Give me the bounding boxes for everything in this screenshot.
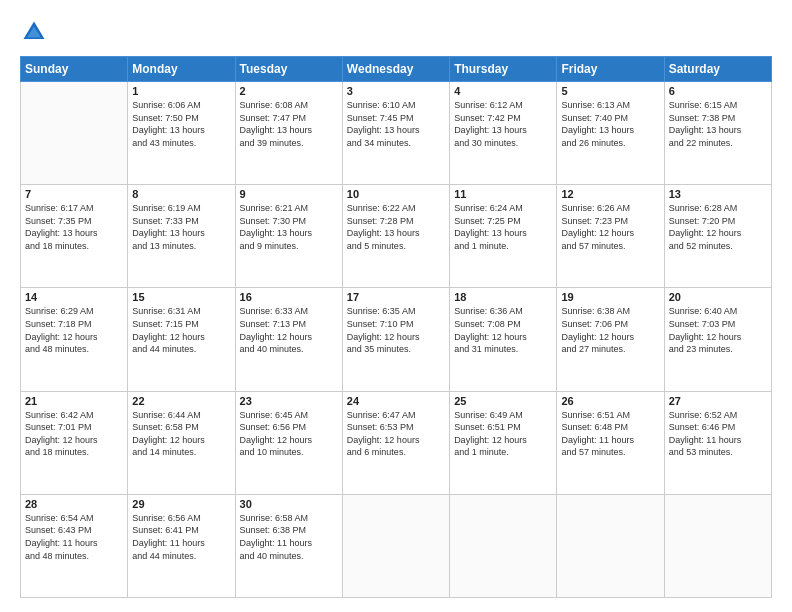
calendar-cell: 3Sunrise: 6:10 AM Sunset: 7:45 PM Daylig… <box>342 82 449 185</box>
day-number: 30 <box>240 498 338 510</box>
week-row-4: 21Sunrise: 6:42 AM Sunset: 7:01 PM Dayli… <box>21 391 772 494</box>
calendar-cell: 18Sunrise: 6:36 AM Sunset: 7:08 PM Dayli… <box>450 288 557 391</box>
weekday-header-tuesday: Tuesday <box>235 57 342 82</box>
day-number: 17 <box>347 291 445 303</box>
day-info: Sunrise: 6:56 AM Sunset: 6:41 PM Dayligh… <box>132 512 230 562</box>
day-number: 7 <box>25 188 123 200</box>
calendar-cell: 27Sunrise: 6:52 AM Sunset: 6:46 PM Dayli… <box>664 391 771 494</box>
day-number: 1 <box>132 85 230 97</box>
calendar-cell: 6Sunrise: 6:15 AM Sunset: 7:38 PM Daylig… <box>664 82 771 185</box>
day-info: Sunrise: 6:06 AM Sunset: 7:50 PM Dayligh… <box>132 99 230 149</box>
calendar-table: SundayMondayTuesdayWednesdayThursdayFrid… <box>20 56 772 598</box>
day-info: Sunrise: 6:24 AM Sunset: 7:25 PM Dayligh… <box>454 202 552 252</box>
day-number: 23 <box>240 395 338 407</box>
calendar-cell: 11Sunrise: 6:24 AM Sunset: 7:25 PM Dayli… <box>450 185 557 288</box>
day-info: Sunrise: 6:49 AM Sunset: 6:51 PM Dayligh… <box>454 409 552 459</box>
calendar-cell: 15Sunrise: 6:31 AM Sunset: 7:15 PM Dayli… <box>128 288 235 391</box>
day-info: Sunrise: 6:38 AM Sunset: 7:06 PM Dayligh… <box>561 305 659 355</box>
calendar-cell: 20Sunrise: 6:40 AM Sunset: 7:03 PM Dayli… <box>664 288 771 391</box>
calendar-cell: 28Sunrise: 6:54 AM Sunset: 6:43 PM Dayli… <box>21 494 128 597</box>
day-number: 14 <box>25 291 123 303</box>
calendar-cell: 24Sunrise: 6:47 AM Sunset: 6:53 PM Dayli… <box>342 391 449 494</box>
day-number: 2 <box>240 85 338 97</box>
day-number: 21 <box>25 395 123 407</box>
calendar-cell: 26Sunrise: 6:51 AM Sunset: 6:48 PM Dayli… <box>557 391 664 494</box>
header <box>20 18 772 46</box>
calendar-cell: 29Sunrise: 6:56 AM Sunset: 6:41 PM Dayli… <box>128 494 235 597</box>
week-row-5: 28Sunrise: 6:54 AM Sunset: 6:43 PM Dayli… <box>21 494 772 597</box>
day-number: 19 <box>561 291 659 303</box>
week-row-3: 14Sunrise: 6:29 AM Sunset: 7:18 PM Dayli… <box>21 288 772 391</box>
calendar-cell: 13Sunrise: 6:28 AM Sunset: 7:20 PM Dayli… <box>664 185 771 288</box>
day-number: 26 <box>561 395 659 407</box>
day-number: 27 <box>669 395 767 407</box>
day-info: Sunrise: 6:51 AM Sunset: 6:48 PM Dayligh… <box>561 409 659 459</box>
day-info: Sunrise: 6:42 AM Sunset: 7:01 PM Dayligh… <box>25 409 123 459</box>
calendar-cell: 22Sunrise: 6:44 AM Sunset: 6:58 PM Dayli… <box>128 391 235 494</box>
weekday-header-monday: Monday <box>128 57 235 82</box>
week-row-2: 7Sunrise: 6:17 AM Sunset: 7:35 PM Daylig… <box>21 185 772 288</box>
calendar-cell: 19Sunrise: 6:38 AM Sunset: 7:06 PM Dayli… <box>557 288 664 391</box>
day-number: 29 <box>132 498 230 510</box>
day-number: 28 <box>25 498 123 510</box>
day-info: Sunrise: 6:17 AM Sunset: 7:35 PM Dayligh… <box>25 202 123 252</box>
calendar-cell: 21Sunrise: 6:42 AM Sunset: 7:01 PM Dayli… <box>21 391 128 494</box>
calendar-cell: 12Sunrise: 6:26 AM Sunset: 7:23 PM Dayli… <box>557 185 664 288</box>
weekday-header-thursday: Thursday <box>450 57 557 82</box>
weekday-header-friday: Friday <box>557 57 664 82</box>
day-info: Sunrise: 6:47 AM Sunset: 6:53 PM Dayligh… <box>347 409 445 459</box>
day-number: 15 <box>132 291 230 303</box>
day-info: Sunrise: 6:19 AM Sunset: 7:33 PM Dayligh… <box>132 202 230 252</box>
calendar-cell <box>342 494 449 597</box>
calendar-cell: 14Sunrise: 6:29 AM Sunset: 7:18 PM Dayli… <box>21 288 128 391</box>
logo <box>20 18 52 46</box>
calendar-cell: 9Sunrise: 6:21 AM Sunset: 7:30 PM Daylig… <box>235 185 342 288</box>
day-number: 8 <box>132 188 230 200</box>
day-number: 18 <box>454 291 552 303</box>
calendar-cell: 17Sunrise: 6:35 AM Sunset: 7:10 PM Dayli… <box>342 288 449 391</box>
day-number: 9 <box>240 188 338 200</box>
day-number: 22 <box>132 395 230 407</box>
day-number: 10 <box>347 188 445 200</box>
weekday-header-sunday: Sunday <box>21 57 128 82</box>
day-number: 5 <box>561 85 659 97</box>
day-info: Sunrise: 6:52 AM Sunset: 6:46 PM Dayligh… <box>669 409 767 459</box>
day-info: Sunrise: 6:21 AM Sunset: 7:30 PM Dayligh… <box>240 202 338 252</box>
day-number: 6 <box>669 85 767 97</box>
calendar-cell: 5Sunrise: 6:13 AM Sunset: 7:40 PM Daylig… <box>557 82 664 185</box>
day-info: Sunrise: 6:35 AM Sunset: 7:10 PM Dayligh… <box>347 305 445 355</box>
day-info: Sunrise: 6:12 AM Sunset: 7:42 PM Dayligh… <box>454 99 552 149</box>
day-number: 12 <box>561 188 659 200</box>
calendar-cell: 2Sunrise: 6:08 AM Sunset: 7:47 PM Daylig… <box>235 82 342 185</box>
weekday-header-saturday: Saturday <box>664 57 771 82</box>
calendar-cell: 4Sunrise: 6:12 AM Sunset: 7:42 PM Daylig… <box>450 82 557 185</box>
calendar-cell <box>21 82 128 185</box>
calendar-cell: 30Sunrise: 6:58 AM Sunset: 6:38 PM Dayli… <box>235 494 342 597</box>
day-info: Sunrise: 6:22 AM Sunset: 7:28 PM Dayligh… <box>347 202 445 252</box>
day-info: Sunrise: 6:26 AM Sunset: 7:23 PM Dayligh… <box>561 202 659 252</box>
day-info: Sunrise: 6:10 AM Sunset: 7:45 PM Dayligh… <box>347 99 445 149</box>
day-info: Sunrise: 6:08 AM Sunset: 7:47 PM Dayligh… <box>240 99 338 149</box>
calendar-cell: 10Sunrise: 6:22 AM Sunset: 7:28 PM Dayli… <box>342 185 449 288</box>
calendar-cell: 16Sunrise: 6:33 AM Sunset: 7:13 PM Dayli… <box>235 288 342 391</box>
page: SundayMondayTuesdayWednesdayThursdayFrid… <box>0 0 792 612</box>
day-info: Sunrise: 6:44 AM Sunset: 6:58 PM Dayligh… <box>132 409 230 459</box>
calendar-cell <box>450 494 557 597</box>
day-info: Sunrise: 6:29 AM Sunset: 7:18 PM Dayligh… <box>25 305 123 355</box>
day-info: Sunrise: 6:28 AM Sunset: 7:20 PM Dayligh… <box>669 202 767 252</box>
day-number: 24 <box>347 395 445 407</box>
day-info: Sunrise: 6:58 AM Sunset: 6:38 PM Dayligh… <box>240 512 338 562</box>
day-info: Sunrise: 6:40 AM Sunset: 7:03 PM Dayligh… <box>669 305 767 355</box>
calendar-cell: 1Sunrise: 6:06 AM Sunset: 7:50 PM Daylig… <box>128 82 235 185</box>
day-number: 16 <box>240 291 338 303</box>
day-info: Sunrise: 6:13 AM Sunset: 7:40 PM Dayligh… <box>561 99 659 149</box>
day-info: Sunrise: 6:54 AM Sunset: 6:43 PM Dayligh… <box>25 512 123 562</box>
calendar-cell: 7Sunrise: 6:17 AM Sunset: 7:35 PM Daylig… <box>21 185 128 288</box>
day-number: 4 <box>454 85 552 97</box>
week-row-1: 1Sunrise: 6:06 AM Sunset: 7:50 PM Daylig… <box>21 82 772 185</box>
day-number: 20 <box>669 291 767 303</box>
day-info: Sunrise: 6:33 AM Sunset: 7:13 PM Dayligh… <box>240 305 338 355</box>
calendar-cell: 23Sunrise: 6:45 AM Sunset: 6:56 PM Dayli… <box>235 391 342 494</box>
calendar-cell <box>664 494 771 597</box>
day-number: 25 <box>454 395 552 407</box>
